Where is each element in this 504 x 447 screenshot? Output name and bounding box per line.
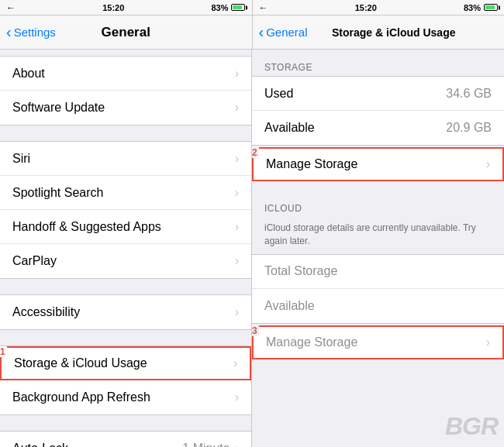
auto-lock-group: Auto-Lock 1 Minute › bbox=[0, 431, 251, 447]
icloud-section-header: ICLOUD bbox=[252, 197, 504, 217]
auto-lock-value: 1 Minute bbox=[182, 442, 230, 447]
manage-storage-item-1[interactable]: 2 Manage Storage › bbox=[252, 147, 504, 181]
spotlight-search-label: Spotlight Search bbox=[12, 186, 235, 200]
left-time: 15:20 bbox=[102, 3, 124, 12]
left-back-chevron-icon: ‹ bbox=[6, 24, 12, 40]
siri-item[interactable]: Siri › bbox=[0, 142, 251, 176]
auto-lock-chevron-icon: › bbox=[235, 442, 239, 447]
right-panel: STORAGE Used 34.6 GB Available 20.9 GB 2… bbox=[252, 50, 504, 447]
background-refresh-item[interactable]: Background App Refresh › bbox=[0, 380, 251, 414]
right-status-right: 83% bbox=[464, 3, 498, 12]
manage-storage-2-chevron-icon: › bbox=[486, 335, 490, 349]
about-chevron-icon: › bbox=[235, 67, 239, 81]
software-update-item[interactable]: Software Update › bbox=[0, 91, 251, 125]
right-nav-bar: ‹ General Storage & iCloud Usage bbox=[252, 15, 505, 49]
storage-used-item: Used 34.6 GB bbox=[252, 77, 504, 111]
left-status-right: 83% bbox=[211, 3, 245, 12]
spotlight-search-item[interactable]: Spotlight Search › bbox=[0, 176, 251, 210]
icloud-available-label: Available bbox=[264, 299, 492, 313]
storage-icloud-item[interactable]: 1 Storage & iCloud Usage › bbox=[0, 346, 251, 380]
carplay-chevron-icon: › bbox=[235, 254, 239, 268]
siri-chevron-icon: › bbox=[235, 152, 239, 166]
left-back-label: Settings bbox=[14, 26, 56, 39]
storage-list-group: Used 34.6 GB Available 20.9 GB bbox=[252, 76, 504, 146]
carplay-label: CarPlay bbox=[12, 254, 235, 268]
left-battery-icon bbox=[231, 4, 245, 11]
left-back-arrow: ← bbox=[6, 2, 16, 13]
handoff-chevron-icon: › bbox=[235, 220, 239, 234]
storage-available-item: Available 20.9 GB bbox=[252, 111, 504, 145]
right-back-label: General bbox=[266, 26, 307, 39]
storage-used-value: 34.6 GB bbox=[446, 87, 492, 101]
siri-label: Siri bbox=[12, 152, 235, 166]
label-1: 1 bbox=[0, 346, 7, 357]
nav-bars: ‹ Settings General ‹ General Storage & i… bbox=[0, 15, 504, 50]
label-2: 2 bbox=[252, 147, 259, 158]
right-nav-title: Storage & iCloud Usage bbox=[332, 26, 455, 39]
storage-available-label: Available bbox=[264, 121, 446, 135]
label-3: 3 bbox=[252, 325, 259, 336]
icloud-list-group: Total Storage Available bbox=[252, 254, 504, 324]
manage-storage-item-2[interactable]: 3 Manage Storage › bbox=[252, 325, 504, 359]
right-status-bar: ← 15:20 83% bbox=[252, 0, 505, 15]
right-back-arrow: ← bbox=[259, 2, 268, 13]
left-battery-percent: 83% bbox=[211, 3, 228, 12]
background-refresh-chevron-icon: › bbox=[235, 390, 239, 404]
left-panel: About › Software Update › Siri › Spotlig… bbox=[0, 50, 252, 447]
storage-available-value: 20.9 GB bbox=[446, 121, 492, 135]
software-update-label: Software Update bbox=[12, 101, 235, 115]
right-time: 15:20 bbox=[355, 3, 377, 12]
left-nav-title: General bbox=[102, 25, 150, 40]
status-bars: ← 15:20 83% ← 15:20 83% bbox=[0, 0, 504, 15]
storage-icloud-chevron-icon: › bbox=[233, 356, 237, 370]
spotlight-chevron-icon: › bbox=[235, 186, 239, 200]
storage-section-header: STORAGE bbox=[252, 56, 504, 76]
left-nav-bar: ‹ Settings General bbox=[0, 15, 252, 49]
left-status-bar: ← 15:20 83% bbox=[0, 0, 252, 15]
right-battery-icon bbox=[484, 4, 498, 11]
right-back-button[interactable]: ‹ General bbox=[259, 25, 308, 40]
total-storage-label: Total Storage bbox=[264, 264, 492, 278]
storage-used-label: Used bbox=[264, 87, 446, 101]
right-battery-percent: 83% bbox=[464, 3, 481, 12]
top-settings-group: About › Software Update › bbox=[0, 56, 251, 126]
manage-storage-1-chevron-icon: › bbox=[486, 157, 490, 171]
manage-storage-label-1: Manage Storage bbox=[266, 157, 486, 171]
accessibility-item[interactable]: Accessibility › bbox=[0, 295, 251, 329]
about-label: About bbox=[12, 67, 235, 81]
total-storage-item: Total Storage bbox=[252, 255, 504, 289]
auto-lock-label: Auto-Lock bbox=[12, 442, 182, 447]
carplay-item[interactable]: CarPlay › bbox=[0, 244, 251, 278]
storage-icloud-label: Storage & iCloud Usage bbox=[14, 356, 233, 370]
accessibility-label: Accessibility bbox=[12, 305, 235, 319]
accessibility-group: Accessibility › bbox=[0, 294, 251, 330]
handoff-item[interactable]: Handoff & Suggested Apps › bbox=[0, 210, 251, 244]
handoff-label: Handoff & Suggested Apps bbox=[12, 220, 235, 234]
right-back-chevron-icon: ‹ bbox=[259, 24, 264, 40]
auto-lock-item[interactable]: Auto-Lock 1 Minute › bbox=[0, 432, 251, 447]
background-refresh-label: Background App Refresh bbox=[12, 390, 235, 404]
siri-group: Siri › Spotlight Search › Handoff & Sugg… bbox=[0, 141, 251, 279]
icloud-available-item: Available bbox=[252, 289, 504, 323]
storage-group: 1 Storage & iCloud Usage › Background Ap… bbox=[0, 346, 251, 415]
software-update-chevron-icon: › bbox=[235, 101, 239, 115]
accessibility-chevron-icon: › bbox=[235, 305, 239, 319]
panels: About › Software Update › Siri › Spotlig… bbox=[0, 50, 504, 447]
left-back-button[interactable]: ‹ Settings bbox=[6, 25, 56, 40]
manage-storage-label-2: Manage Storage bbox=[266, 335, 486, 349]
bgr-watermark: BGR bbox=[445, 412, 498, 441]
icloud-note: iCloud storage details are currently una… bbox=[252, 217, 504, 254]
about-item[interactable]: About › bbox=[0, 57, 251, 91]
